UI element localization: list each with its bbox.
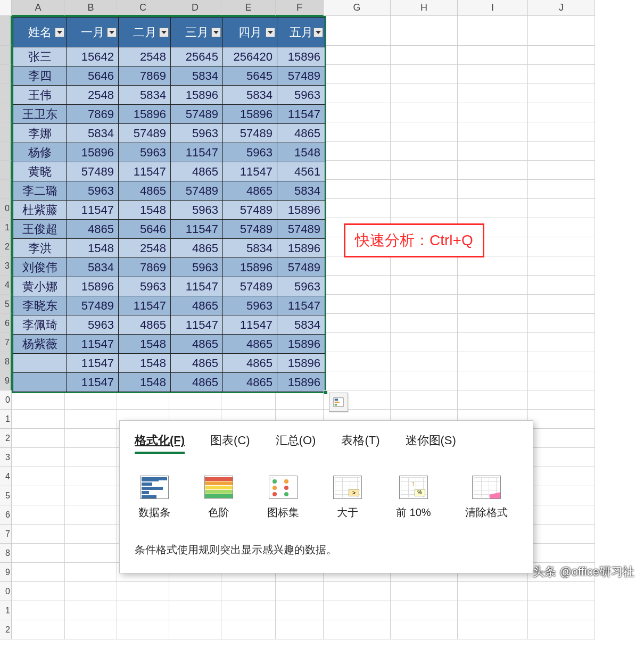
empty-cell[interactable] xyxy=(528,142,595,161)
empty-cell[interactable] xyxy=(324,142,391,161)
value-cell[interactable]: 2548 xyxy=(119,239,171,258)
value-cell[interactable]: 11547 xyxy=(223,162,277,181)
row-header[interactable]: 2 xyxy=(0,429,12,448)
value-cell[interactable]: 5963 xyxy=(67,181,119,201)
empty-cell[interactable] xyxy=(458,103,528,122)
row-header[interactable]: 2 xyxy=(0,237,12,256)
empty-cell[interactable] xyxy=(528,582,595,601)
empty-cell[interactable] xyxy=(12,582,65,601)
row-header[interactable]: 6 xyxy=(0,314,12,333)
value-cell[interactable]: 4561 xyxy=(277,162,325,181)
empty-cell[interactable] xyxy=(528,218,595,237)
row-header[interactable] xyxy=(0,122,12,142)
row-header[interactable]: 3 xyxy=(0,448,12,467)
name-cell[interactable] xyxy=(13,354,67,373)
empty-cell[interactable] xyxy=(169,620,221,639)
name-cell[interactable]: 王俊超 xyxy=(13,220,67,239)
empty-cell[interactable] xyxy=(391,103,458,122)
empty-cell[interactable] xyxy=(528,525,595,544)
value-cell[interactable]: 4865 xyxy=(171,354,223,373)
value-cell[interactable]: 11547 xyxy=(67,373,119,392)
empty-cell[interactable] xyxy=(324,620,391,639)
value-cell[interactable]: 1548 xyxy=(119,354,171,373)
empty-cell[interactable] xyxy=(12,525,65,544)
empty-cell[interactable] xyxy=(324,199,391,218)
empty-cell[interactable] xyxy=(12,448,65,467)
row-header[interactable]: 1 xyxy=(0,218,12,237)
empty-cell[interactable] xyxy=(528,390,595,410)
qa-item[interactable]: ↑%前 10% xyxy=(392,472,435,523)
filter-dropdown-icon[interactable] xyxy=(313,28,323,37)
name-cell[interactable]: 王卫东 xyxy=(13,105,67,124)
row-header[interactable] xyxy=(0,16,12,46)
value-cell[interactable]: 5963 xyxy=(223,296,277,315)
qa-tab[interactable]: 迷你图(S) xyxy=(406,432,456,454)
empty-cell[interactable] xyxy=(221,390,276,410)
row-header[interactable]: 8 xyxy=(0,544,12,563)
empty-cell[interactable] xyxy=(458,16,528,46)
column-header-C[interactable]: C xyxy=(117,0,169,16)
name-cell[interactable]: 杨修 xyxy=(13,143,67,162)
empty-cell[interactable] xyxy=(65,620,117,639)
value-cell[interactable]: 5963 xyxy=(171,124,223,143)
value-cell[interactable]: 15896 xyxy=(67,277,119,296)
column-header-D[interactable]: D xyxy=(169,0,221,16)
name-cell[interactable]: 李二璐 xyxy=(13,181,67,201)
empty-cell[interactable] xyxy=(391,333,458,352)
column-header-H[interactable]: H xyxy=(391,0,458,16)
empty-cell[interactable] xyxy=(65,429,117,448)
empty-cell[interactable] xyxy=(458,390,528,410)
value-cell[interactable]: 15896 xyxy=(277,47,325,66)
value-cell[interactable]: 11547 xyxy=(277,296,325,315)
value-cell[interactable]: 5963 xyxy=(277,277,325,296)
empty-cell[interactable] xyxy=(528,333,595,352)
empty-cell[interactable] xyxy=(458,314,528,333)
value-cell[interactable]: 15896 xyxy=(223,105,277,124)
empty-cell[interactable] xyxy=(169,582,221,601)
value-cell[interactable]: 57489 xyxy=(223,124,277,143)
empty-cell[interactable] xyxy=(276,620,324,639)
empty-cell[interactable] xyxy=(528,256,595,276)
empty-cell[interactable] xyxy=(221,582,276,601)
table-header-cell[interactable]: 一月 xyxy=(67,18,119,47)
value-cell[interactable]: 15896 xyxy=(277,201,325,220)
qa-item[interactable]: >大于 xyxy=(329,472,366,523)
value-cell[interactable]: 5963 xyxy=(119,277,171,296)
empty-cell[interactable] xyxy=(276,601,324,620)
value-cell[interactable]: 57489 xyxy=(171,105,223,124)
empty-cell[interactable] xyxy=(324,601,391,620)
empty-cell[interactable] xyxy=(528,46,595,65)
row-header[interactable]: 7 xyxy=(0,525,12,544)
value-cell[interactable]: 11547 xyxy=(277,105,325,124)
empty-cell[interactable] xyxy=(117,390,169,410)
value-cell[interactable]: 5646 xyxy=(119,220,171,239)
empty-cell[interactable] xyxy=(65,582,117,601)
empty-cell[interactable] xyxy=(65,467,117,486)
empty-cell[interactable] xyxy=(12,505,65,525)
empty-cell[interactable] xyxy=(458,333,528,352)
empty-cell[interactable] xyxy=(528,295,595,314)
value-cell[interactable]: 57489 xyxy=(67,162,119,181)
empty-cell[interactable] xyxy=(276,582,324,601)
empty-cell[interactable] xyxy=(391,314,458,333)
empty-cell[interactable] xyxy=(391,620,458,639)
value-cell[interactable]: 11547 xyxy=(171,277,223,296)
value-cell[interactable]: 11547 xyxy=(67,335,119,354)
empty-cell[interactable] xyxy=(324,161,391,180)
empty-cell[interactable] xyxy=(528,371,595,390)
data-table[interactable]: 姓名一月二月三月四月五月 张三1564225482564525642015896… xyxy=(13,17,325,392)
value-cell[interactable]: 15896 xyxy=(119,105,171,124)
empty-cell[interactable] xyxy=(458,84,528,103)
value-cell[interactable]: 11547 xyxy=(119,162,171,181)
filter-dropdown-icon[interactable] xyxy=(211,28,221,37)
value-cell[interactable]: 4865 xyxy=(171,162,223,181)
empty-cell[interactable] xyxy=(528,429,595,448)
row-header[interactable]: 5 xyxy=(0,486,12,505)
empty-cell[interactable] xyxy=(528,467,595,486)
column-header-J[interactable]: J xyxy=(528,0,595,16)
name-cell[interactable]: 李洪 xyxy=(13,239,67,258)
value-cell[interactable]: 57489 xyxy=(67,296,119,315)
empty-cell[interactable] xyxy=(324,295,391,314)
value-cell[interactable]: 7869 xyxy=(67,105,119,124)
empty-cell[interactable] xyxy=(528,276,595,295)
